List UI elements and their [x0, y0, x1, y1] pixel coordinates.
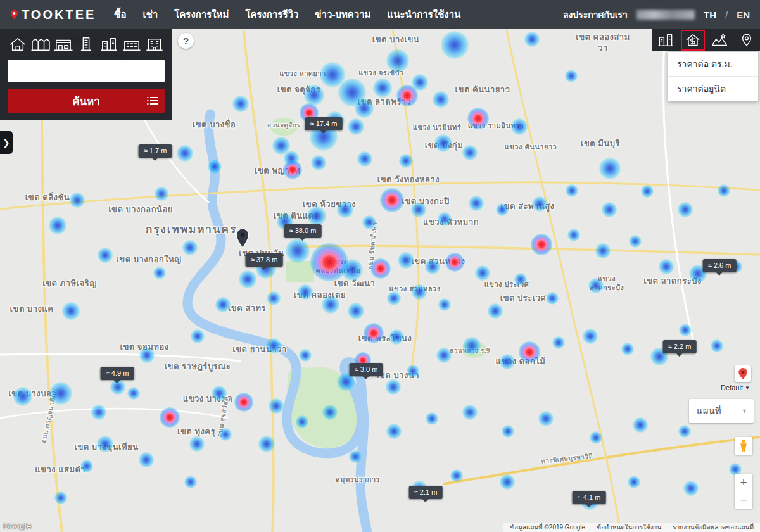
nav-item[interactable]: ข่าว-บทความ — [307, 7, 379, 22]
price-marker[interactable]: ≈ 37.8 m — [246, 253, 283, 267]
poi-marker-button[interactable] — [735, 365, 751, 382]
nav-item[interactable]: ซื้อ — [106, 7, 134, 22]
street-view-pegman-button[interactable] — [735, 437, 752, 455]
map-data-text: ข้อมูลแผนที่ ©2019 Google — [510, 522, 585, 532]
nav-item[interactable]: เช่า — [135, 7, 167, 22]
price-marker[interactable]: ≈ 38.0 m — [284, 224, 322, 238]
map-layer-toolbar — [652, 29, 760, 51]
map-type-select[interactable]: แผนที่ ▼ — [689, 399, 754, 423]
chevron-right-icon: ❯ — [3, 138, 10, 148]
buildings-icon[interactable] — [652, 29, 680, 51]
zoom-control: + − — [735, 474, 752, 509]
nav-item[interactable]: แนะนำการใช้งาน — [379, 7, 469, 22]
shophouse-icon[interactable] — [53, 35, 73, 53]
zoom-out-button[interactable]: − — [735, 491, 752, 509]
price-marker[interactable]: ≈ 1.7 m — [139, 144, 172, 158]
search-input[interactable] — [8, 60, 165, 82]
red-pin-icon — [738, 367, 748, 380]
location-pin-icon[interactable] — [733, 29, 760, 51]
panel-collapse-toggle[interactable]: ❯ — [0, 131, 13, 154]
lang-separator: / — [725, 10, 728, 20]
search-button[interactable]: ค้นหา — [8, 89, 165, 113]
search-button-label: ค้นหา — [72, 96, 100, 108]
attribution-bar: ข้อมูลแผนที่ ©2019 Google ข้อกำหนดในการใ… — [504, 522, 760, 532]
dropdown-option[interactable]: ราคาต่อ ตร.ม. — [668, 52, 758, 76]
price-mode-dropdown: ราคาต่อ ตร.ม.ราคาต่อยูนิต — [668, 51, 759, 101]
commercial-icon[interactable] — [144, 35, 165, 53]
dropdown-option[interactable]: ราคาต่อยูนิต — [668, 76, 758, 101]
map-pin-icon — [236, 228, 250, 248]
top-navbar: TOOKTEE ซื้อเช่าโครงการใหม่โครงการรีวิวข… — [0, 0, 760, 29]
report-error-link[interactable]: รายงานข้อผิดพลาดของแผนที่ — [673, 522, 754, 532]
tooktee-heatmap-page: นนทบุรีตำบล บางเขนเขต บางเขนเขต คลองสามว… — [0, 0, 760, 532]
default-style-dropdown[interactable]: Default ▼ — [713, 384, 757, 391]
lang-th[interactable]: TH — [704, 10, 716, 20]
logo-text: TOOKTEE — [22, 8, 96, 22]
google-watermark: Google — [3, 521, 32, 531]
price-marker[interactable]: ≈ 4.9 m — [101, 367, 134, 380]
search-panel: ค้นหา — [0, 29, 172, 120]
help-button[interactable]: ? — [178, 33, 194, 49]
list-view-icon[interactable] — [147, 96, 158, 105]
post-ad-link[interactable]: ลงประกาศกับเรา — [563, 8, 628, 22]
nav-item[interactable]: โครงการใหม่ — [166, 7, 237, 22]
map-type-label: แผนที่ — [697, 403, 721, 419]
house-icon[interactable] — [8, 35, 28, 53]
property-type-row — [8, 35, 165, 53]
landmark-star-icon[interactable] — [706, 29, 733, 51]
nav-menu: ซื้อเช่าโครงการใหม่โครงการรีวิวข่าว-บทคว… — [106, 7, 469, 22]
chevron-down-icon: ▼ — [745, 385, 750, 391]
townhouse-icon[interactable] — [30, 35, 51, 53]
condo-tower-icon[interactable] — [76, 35, 96, 53]
zoom-in-button[interactable]: + — [735, 474, 752, 491]
price-per-area-house-icon[interactable] — [680, 29, 707, 51]
nav-right: ลงประกาศกับเรา TH / EN — [563, 8, 750, 22]
logo[interactable]: TOOKTEE — [10, 8, 96, 22]
twin-tower-icon[interactable] — [99, 35, 119, 53]
price-marker[interactable]: ≈ 2.2 m — [663, 340, 697, 353]
price-marker[interactable]: ≈ 17.4 m — [305, 117, 343, 130]
price-marker[interactable]: ≈ 2.1 m — [409, 486, 443, 499]
question-mark-icon: ? — [183, 35, 189, 46]
apartment-icon[interactable] — [122, 35, 142, 53]
default-label-text: Default — [721, 384, 743, 391]
chevron-down-icon: ▼ — [742, 408, 747, 414]
blurred-username[interactable] — [636, 10, 695, 20]
price-marker[interactable]: ≈ 4.1 m — [573, 491, 606, 504]
map-center-pin[interactable] — [236, 228, 250, 251]
price-marker[interactable]: ≈ 2.6 m — [703, 259, 737, 272]
logo-pin-icon — [10, 9, 18, 20]
lang-en[interactable]: EN — [737, 10, 750, 20]
price-marker[interactable]: ≈ 3.0 m — [350, 363, 383, 376]
pegman-icon — [739, 439, 748, 453]
terms-link[interactable]: ข้อกำหนดในการใช้งาน — [597, 522, 661, 532]
nav-item[interactable]: โครงการรีวิว — [237, 7, 307, 22]
